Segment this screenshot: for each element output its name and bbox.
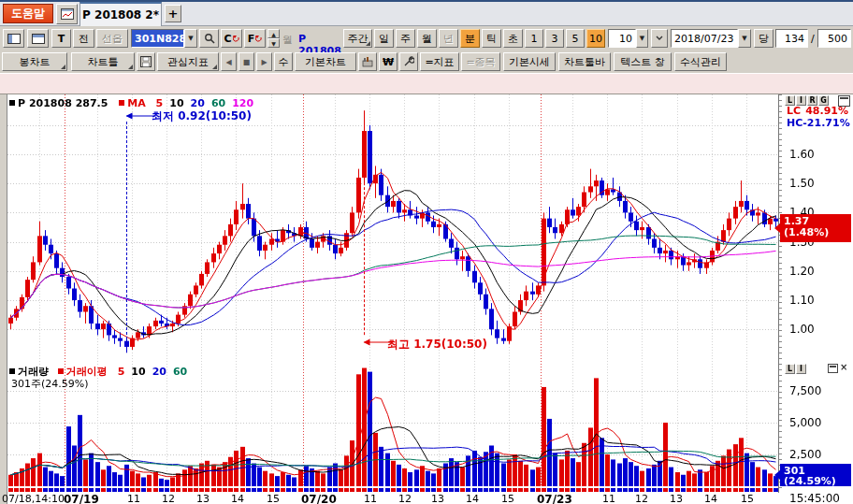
marker-arrow-icon xyxy=(774,223,780,233)
legend-swatch xyxy=(119,100,124,106)
ma-period: 5 xyxy=(118,366,125,378)
toolbar-main: T 전 선옵 301N8287 ▼ C F ▲ ▼ 월 P 201808 28 … xyxy=(0,26,853,50)
slash-label: / xyxy=(811,33,815,45)
x-axis-label: 12 xyxy=(398,493,412,504)
interval-10-button[interactable]: 10 xyxy=(586,29,605,48)
price-tick-label: 1.00 xyxy=(789,323,815,336)
help-button[interactable]: 도움말 xyxy=(3,4,53,23)
wrench-icon xyxy=(403,56,414,67)
bar-max-input[interactable]: 500 xyxy=(817,29,851,48)
weekly-button[interactable]: 주간 xyxy=(343,29,372,48)
dang-button[interactable]: 당 xyxy=(754,29,773,48)
volume-tick-label: 7,500 xyxy=(789,384,821,397)
lc-value: 48.91% xyxy=(805,105,848,117)
legend-swatch xyxy=(9,100,15,106)
period-second-button[interactable]: 초 xyxy=(503,29,523,48)
forward-icon: ▶ xyxy=(261,58,267,66)
price-tick-label: 1.60 xyxy=(789,148,815,161)
text-tool-button[interactable]: T xyxy=(51,29,71,48)
layout-top-pane-button[interactable] xyxy=(27,29,49,48)
toolbar-chart: 봉차트 차트틀 관심지표 ◀ ■ ▶ 수 기본차트 ₩ =지표 =종목 기본시세… xyxy=(0,50,853,73)
x-axis-label: 11 xyxy=(127,493,140,504)
volume-legend-sub: 301주(24.59%) xyxy=(11,377,89,391)
collapse-button[interactable] xyxy=(651,29,668,48)
layout-left-icon xyxy=(7,34,21,44)
volume-tick-label: 2,500 xyxy=(789,448,821,461)
wol-disabled-label: 월 xyxy=(282,33,297,47)
interval-input[interactable]: 10 xyxy=(608,29,636,48)
interval-3-button[interactable]: 3 xyxy=(545,29,564,48)
x-axis-label: 15 xyxy=(741,493,754,504)
legend-swatch xyxy=(58,368,64,374)
volume-corner-button-l[interactable]: L xyxy=(785,364,795,374)
period-minute-button[interactable]: 분 xyxy=(460,29,480,48)
chart-icon xyxy=(61,8,74,20)
volume-marker: 301 (24.59%) xyxy=(780,464,851,486)
trading-chart-window: 도움말 P 201808 2* + T 전 선옵 301N8287 ▼ C F … xyxy=(0,0,853,504)
su-button[interactable]: 수 xyxy=(274,52,293,71)
volume-panel-buttons: × LI xyxy=(785,364,850,376)
stepper-down-icon[interactable]: ▼ xyxy=(267,38,280,48)
period-week-button[interactable]: 주 xyxy=(396,29,415,48)
price-tick-label: 1.10 xyxy=(789,294,815,307)
left-gutter xyxy=(0,94,7,504)
play-forward-button[interactable]: ▶ xyxy=(256,52,272,71)
period-month-button[interactable]: 월 xyxy=(417,29,437,48)
tools-icon xyxy=(362,56,373,67)
tab-active[interactable]: P 201808 2* xyxy=(80,2,162,26)
interval-1-button[interactable]: 1 xyxy=(525,29,543,48)
x-axis-label: 13 xyxy=(431,493,444,504)
save-button[interactable] xyxy=(137,52,155,71)
eq-indicator-button[interactable]: =지표 xyxy=(420,52,459,71)
bar-count-input[interactable]: 134 xyxy=(775,29,808,48)
x-axis-label: 07/19 xyxy=(64,493,99,504)
volume-corner-button-i[interactable]: I xyxy=(796,364,806,374)
symbol-dropdown-button[interactable]: ▼ xyxy=(184,29,197,48)
date-input[interactable]: 2018/07/23 xyxy=(671,29,738,48)
stop-button[interactable]: ■ xyxy=(239,52,254,71)
jeon-button[interactable]: 전 xyxy=(73,29,94,48)
quote-bar: 1.37 ▲0.29 26.85% 103,030(계약) 시 1.03 고 1… xyxy=(0,73,853,94)
symbol-search-button[interactable] xyxy=(199,29,219,48)
price-legend-symbol: P 201808 287.5 xyxy=(18,97,108,109)
chart-frame-button[interactable]: 차트틀 xyxy=(71,52,135,71)
tools-button[interactable] xyxy=(358,52,377,71)
period-tick-button[interactable]: 틱 xyxy=(482,29,501,48)
candle-chart-button[interactable]: 봉차트 xyxy=(2,52,67,71)
chart-toolbar-button[interactable]: 차트툴바 xyxy=(558,52,611,71)
formula-manager-button[interactable]: 수식관리 xyxy=(674,52,727,71)
symbol-stepper[interactable]: ▲ ▼ xyxy=(267,29,280,48)
x-axis-label: 07/23 xyxy=(537,493,572,504)
f-chart-button[interactable]: F xyxy=(244,29,266,48)
interval-5-button[interactable]: 5 xyxy=(566,29,585,48)
continuous-chart-button[interactable]: C xyxy=(221,29,242,48)
symbol-code-input[interactable]: 301N8287 xyxy=(131,29,184,48)
chart-window-icon-button[interactable] xyxy=(56,4,78,24)
stepper-up-icon[interactable]: ▲ xyxy=(267,29,280,38)
marker-rate: (1.48%) xyxy=(784,227,851,238)
interest-indicator-button[interactable]: 관심지표 xyxy=(157,52,219,71)
hc-value: -21.71% xyxy=(802,117,849,129)
new-tab-button[interactable]: + xyxy=(165,5,181,22)
text-window-button[interactable]: 텍스트 창 xyxy=(614,52,672,71)
current-price-marker: 1.37 (1.48%) xyxy=(780,214,851,242)
period-day-button[interactable]: 일 xyxy=(374,29,394,48)
settings-tool-button[interactable] xyxy=(399,52,418,71)
interval-dropdown-button[interactable]: ▼ xyxy=(636,29,648,48)
basic-chart-button[interactable]: 기본차트 xyxy=(295,52,356,71)
layout-left-pane-button[interactable] xyxy=(3,29,24,48)
close-icon[interactable]: × xyxy=(840,362,847,372)
maximize-icon[interactable] xyxy=(828,364,838,373)
basic-quote-button[interactable]: 기본시세 xyxy=(503,52,556,71)
play-back-button[interactable]: ◀ xyxy=(221,52,237,71)
x-axis-label: 12 xyxy=(635,493,648,504)
chevron-down-icon xyxy=(656,36,663,41)
hc-label: HC xyxy=(787,117,802,129)
back-icon: ◀ xyxy=(225,58,231,66)
annotation-low: 최저 0.92(10:50) xyxy=(152,108,252,124)
x-axis-label: 13 xyxy=(670,493,683,504)
x-axis-label: 07/18,14:10 xyxy=(2,493,65,504)
won-scale-button[interactable]: ₩ xyxy=(379,52,398,71)
date-dropdown-button[interactable]: ▼ xyxy=(738,29,751,48)
price-volume-chart[interactable] xyxy=(7,94,778,493)
